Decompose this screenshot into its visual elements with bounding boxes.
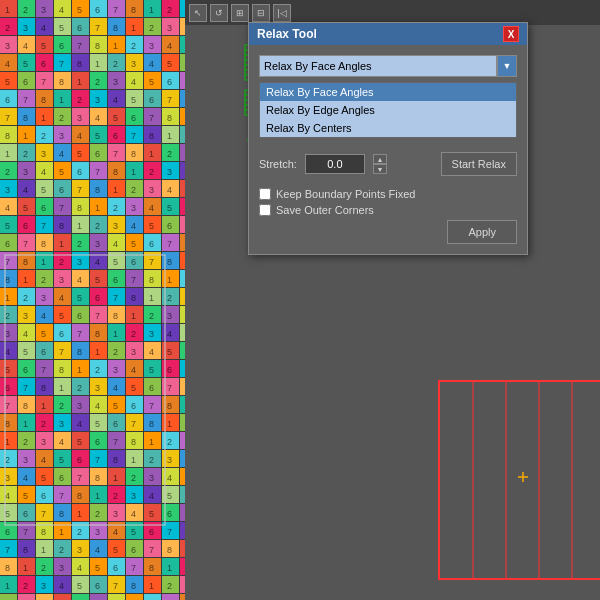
dropdown-arrow-button[interactable]: ▼	[497, 55, 517, 77]
toolbar-btn-rotate[interactable]: ↺	[210, 4, 228, 22]
keep-boundary-row: Keep Boundary Points Fixed	[259, 188, 517, 200]
dialog-body: Relax By Face Angles ▼ Relax By Face Ang…	[249, 45, 527, 254]
save-outer-row: Save Outer Corners	[259, 204, 517, 216]
stretch-input[interactable]	[305, 154, 365, 174]
dialog-titlebar: Relax Tool X	[249, 23, 527, 45]
left-uv-panel	[0, 0, 185, 600]
dropdown-selected-value: Relax By Face Angles	[264, 60, 372, 72]
checkboxes-row: Keep Boundary Points Fixed Save Outer Co…	[259, 188, 517, 216]
stretch-spinner: ▲ ▼	[373, 154, 387, 174]
dialog-title: Relax Tool	[257, 27, 317, 41]
uv-grid-lines	[440, 382, 600, 578]
toolbar-btn-arrow[interactable]: ↖	[189, 4, 207, 22]
uv-texture-canvas	[0, 0, 185, 600]
stretch-label: Stretch:	[259, 158, 297, 170]
stretch-row: Stretch: ▲ ▼	[259, 154, 387, 174]
dropdown-option-face-angles[interactable]: Relax By Face Angles	[260, 83, 516, 101]
uv-red-rectangle	[438, 380, 600, 580]
relax-tool-dialog: Relax Tool X Relax By Face Angles ▼ Rela…	[248, 22, 528, 255]
stretch-down-button[interactable]: ▼	[373, 164, 387, 174]
dropdown-list[interactable]: Relax By Face Angles Relax By Edge Angle…	[259, 82, 517, 138]
stretch-up-button[interactable]: ▲	[373, 154, 387, 164]
toolbar-btn-grid2[interactable]: ⊟	[252, 4, 270, 22]
relax-mode-dropdown[interactable]: Relax By Face Angles	[259, 55, 497, 77]
bottom-buttons: Apply	[259, 220, 517, 244]
apply-button[interactable]: Apply	[447, 220, 517, 244]
dropdown-option-centers[interactable]: Relax By Centers	[260, 119, 516, 137]
dialog-close-button[interactable]: X	[503, 26, 519, 42]
start-relax-button[interactable]: Start Relax	[441, 152, 517, 176]
keep-boundary-checkbox[interactable]	[259, 188, 271, 200]
toolbar-btn-cursor[interactable]: |◁	[273, 4, 291, 22]
keep-boundary-label: Keep Boundary Points Fixed	[276, 188, 415, 200]
dropdown-container: Relax By Face Angles ▼	[259, 55, 517, 77]
save-outer-checkbox[interactable]	[259, 204, 271, 216]
toolbar-btn-grid1[interactable]: ⊞	[231, 4, 249, 22]
dropdown-option-edge-angles[interactable]: Relax By Edge Angles	[260, 101, 516, 119]
save-outer-label: Save Outer Corners	[276, 204, 374, 216]
